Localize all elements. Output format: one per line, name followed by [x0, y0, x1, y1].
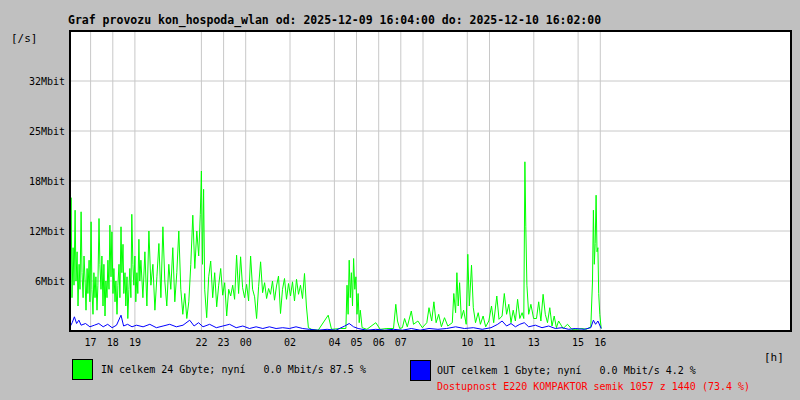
x-tick-label: 17 — [85, 337, 97, 348]
x-tick-label: 02 — [284, 337, 296, 348]
traffic-chart: 171819222300020405060710111315166Mbit12M… — [0, 0, 800, 400]
x-tick-label: 16 — [594, 337, 606, 348]
y-tick-label: 6Mbit — [35, 276, 65, 287]
x-axis-unit-label: [h] — [764, 351, 784, 364]
in-legend-label: IN celkem 24 Gbyte; nyní 0.0 Mbit/s 87.5… — [101, 364, 366, 376]
x-tick-label: 15 — [572, 337, 584, 348]
x-tick-label: 05 — [350, 337, 362, 348]
traffic-chart-svg: 171819222300020405060710111315166Mbit12M… — [0, 0, 800, 400]
x-tick-label: 19 — [129, 337, 141, 348]
availability-note: Dostupnost E220 KOMPAKTOR semik 1057 z 1… — [437, 381, 750, 393]
x-tick-label: 23 — [218, 337, 230, 348]
x-tick-label: 11 — [483, 337, 495, 348]
x-tick-label: 10 — [461, 337, 473, 348]
x-tick-label: 18 — [107, 337, 119, 348]
y-tick-label: 12Mbit — [29, 226, 65, 237]
x-tick-label: 06 — [373, 337, 385, 348]
y-axis-unit-label: [/s] — [11, 32, 38, 45]
out-legend-swatch — [410, 360, 431, 381]
x-tick-label: 04 — [328, 337, 340, 348]
y-tick-label: 25Mbit — [29, 126, 65, 137]
x-tick-label: 07 — [395, 337, 407, 348]
out-legend-label: OUT celkem 1 Gbyte; nyní 0.0 Mbit/s 4.2 … — [437, 365, 696, 377]
x-tick-label: 22 — [195, 337, 207, 348]
in-legend-swatch — [72, 359, 93, 380]
x-tick-label: 13 — [528, 337, 540, 348]
traffic-graph-page: { "title": "Graf provozu kon_hospoda_wla… — [0, 0, 800, 400]
y-tick-label: 32Mbit — [29, 76, 65, 87]
y-tick-label: 18Mbit — [29, 176, 65, 187]
x-tick-label: 00 — [240, 337, 252, 348]
